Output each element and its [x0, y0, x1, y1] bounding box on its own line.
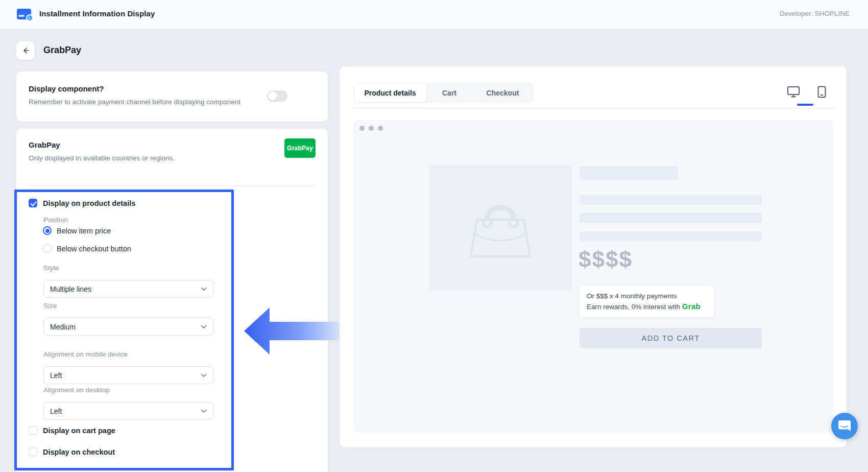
live-chat-button[interactable] [831, 413, 858, 439]
arrow-left-icon [21, 46, 30, 55]
installment-info-widget: Or $$$ x 4 monthly payments Earn rewards… [580, 286, 714, 317]
browser-dot-icon [369, 126, 374, 131]
grab-wordmark: Grab [682, 302, 701, 311]
grabpay-card-subtitle: Only displayed in available countries or… [29, 154, 175, 162]
grabpay-card-title: GrabPay [29, 140, 60, 149]
toggle-knob [268, 91, 277, 101]
product-text-skeleton [580, 231, 762, 241]
app-title: Installment Information Display [39, 9, 155, 18]
storefront-preview-mockup: $$$$ Or $$$ x 4 monthly payments Earn re… [353, 120, 833, 433]
desktop-monitor-icon [787, 86, 800, 98]
panel-divider [352, 108, 834, 108]
tab-cart[interactable]: Cart [426, 84, 473, 102]
display-component-title: Display component? [29, 84, 104, 93]
mobile-view-button[interactable] [817, 86, 826, 100]
tab-product-details[interactable]: Product details [354, 84, 426, 102]
active-device-indicator [797, 104, 813, 106]
display-component-card: Display component? Remember to activate … [16, 72, 328, 122]
page-title: GrabPay [43, 45, 81, 56]
chat-bubble-icon [838, 420, 851, 433]
browser-dot-icon [359, 126, 365, 131]
product-text-skeleton [580, 195, 762, 205]
highlight-border-box [14, 190, 234, 470]
preview-panel: Product details Cart Checkout [340, 66, 847, 447]
installment-line-2: Earn rewards, 0% interest with Grab [587, 301, 707, 312]
browser-dot-icon [378, 126, 383, 131]
handbag-icon [467, 196, 534, 261]
installment-display-app: Installment Information Display Develope… [0, 0, 868, 472]
installment-line-1: Or $$$ x 4 monthly payments [587, 291, 707, 301]
card-divider [29, 185, 316, 186]
preview-tab-group: Product details Cart Checkout [353, 83, 534, 103]
desktop-view-button[interactable] [787, 86, 800, 100]
display-component-toggle[interactable] [267, 90, 287, 102]
tab-checkout[interactable]: Checkout [473, 84, 533, 102]
add-to-cart-button[interactable]: ADD TO CART [580, 328, 762, 348]
product-text-skeleton [580, 213, 762, 223]
grabpay-logo-badge: GrabPay [284, 138, 316, 158]
installment-card-icon [17, 8, 32, 20]
product-image-placeholder [429, 165, 572, 291]
mobile-phone-icon [817, 86, 826, 98]
annotation-arrow-left-icon [243, 306, 345, 356]
display-component-subtitle: Remember to activate payment channel bef… [29, 98, 240, 106]
price-placeholder: $$$$ [578, 247, 633, 272]
back-button[interactable] [16, 41, 35, 60]
product-title-skeleton [580, 166, 678, 180]
developer-label: Developer: SHOPLINE [780, 10, 850, 17]
top-bar: Installment Information Display Develope… [0, 0, 868, 29]
